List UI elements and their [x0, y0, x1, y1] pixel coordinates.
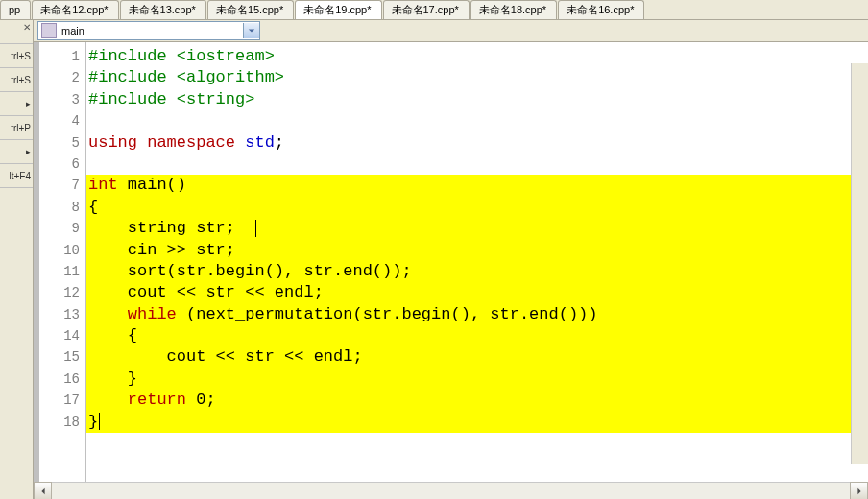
shortcut-panel: ✕ trl+Strl+S▸trl+P▸lt+F4: [0, 20, 34, 499]
code-line[interactable]: {: [86, 325, 868, 346]
code-token: #include <iostream>: [88, 47, 275, 65]
shortcut-row-5[interactable]: lt+F4: [0, 164, 33, 188]
line-number: 9: [39, 218, 85, 239]
code-line[interactable]: cout << str << endl;: [86, 346, 868, 368]
line-number: 7: [39, 175, 85, 196]
code-token: using namespace: [88, 133, 245, 152]
shortcut-row-4[interactable]: ▸: [0, 140, 33, 164]
code-token: cout << str << endl;: [88, 347, 363, 366]
shortcut-label: trl+S: [11, 75, 31, 85]
tab-file-1[interactable]: 未命名12.cpp*: [32, 0, 118, 19]
code-token: }: [88, 369, 137, 388]
line-number: 1: [39, 46, 85, 67]
shortcut-label: trl+S: [11, 51, 31, 61]
code-token: while: [128, 305, 177, 323]
line-number: 13: [39, 304, 85, 325]
tab-file-4[interactable]: 未命名19.cpp*: [295, 0, 381, 19]
body: ✕ trl+Strl+S▸trl+P▸lt+F4 main 1234567891…: [0, 20, 868, 499]
code-line[interactable]: }: [86, 412, 868, 433]
line-number: 14: [39, 325, 85, 346]
code-token: 0;: [186, 391, 216, 409]
line-number: 15: [39, 346, 85, 368]
line-number: 4: [39, 110, 85, 131]
line-number: 16: [39, 368, 85, 390]
code-token: main(): [118, 176, 186, 194]
tab-file-5[interactable]: 未命名17.cpp*: [383, 0, 470, 19]
code-area[interactable]: #include <iostream>#include <algorithm>#…: [86, 42, 868, 482]
tab-file-3[interactable]: 未命名15.cpp*: [207, 0, 294, 19]
scroll-right-icon[interactable]: [850, 482, 868, 499]
code-token: int: [88, 176, 118, 194]
code-line[interactable]: return 0;: [86, 390, 868, 411]
code-line[interactable]: #include <algorithm>: [86, 67, 868, 88]
close-icon[interactable]: ✕: [23, 22, 31, 33]
scroll-left-icon[interactable]: [34, 482, 52, 499]
tab-bar: pp未命名12.cpp*未命名13.cpp*未命名15.cpp*未命名19.cp…: [0, 0, 868, 20]
line-number: 10: [39, 240, 85, 261]
code-token: return: [128, 391, 186, 409]
line-number: 8: [39, 197, 85, 218]
code-line[interactable]: string str;: [86, 218, 868, 239]
shortcut-row-2[interactable]: ▸: [0, 92, 33, 116]
code-token: }: [88, 413, 98, 431]
code-token: {: [88, 198, 98, 216]
code-token: sort(str.begin(), str.end());: [88, 262, 412, 280]
code-line[interactable]: [86, 110, 868, 131]
tab-file-7[interactable]: 未命名16.cpp*: [558, 0, 644, 19]
submenu-arrow-icon: ▸: [26, 99, 31, 108]
tab-file-6[interactable]: 未命名18.cpp*: [470, 0, 557, 19]
code-line[interactable]: [86, 154, 868, 175]
shortcut-close-row: ✕: [0, 20, 33, 44]
shortcut-row-0[interactable]: trl+S: [0, 44, 33, 68]
code-token: ;: [275, 133, 284, 152]
code-token: [88, 391, 128, 409]
code-line[interactable]: int main(): [86, 175, 868, 196]
symbol-combobox[interactable]: main: [37, 21, 260, 40]
code-line[interactable]: {: [86, 197, 868, 218]
text-caret: [255, 220, 256, 237]
code-token: cout << str << endl;: [88, 283, 324, 301]
code-line[interactable]: #include <string>: [86, 89, 868, 110]
line-number: 6: [39, 154, 85, 175]
function-icon: [41, 23, 57, 38]
code-token: [88, 305, 128, 323]
line-number: 18: [39, 412, 85, 433]
code-token: {: [88, 326, 137, 345]
line-number: 3: [39, 89, 85, 110]
shortcut-label: lt+F4: [9, 171, 31, 181]
shortcut-row-3[interactable]: trl+P: [0, 116, 33, 140]
code-line[interactable]: while (next_permutation(str.begin(), str…: [86, 304, 868, 325]
line-number: 2: [39, 67, 85, 88]
code-line[interactable]: using namespace std;: [86, 132, 868, 154]
line-number-gutter: 123456789101112131415161718: [39, 42, 86, 482]
shortcut-label: trl+P: [11, 123, 31, 133]
code-line[interactable]: }: [86, 368, 868, 390]
line-number: 11: [39, 261, 85, 282]
symbol-bar: main: [34, 20, 868, 42]
code-token: #include <algorithm>: [88, 68, 284, 86]
code-line[interactable]: cin >> str;: [86, 240, 868, 261]
submenu-arrow-icon: ▸: [26, 147, 31, 156]
code-line[interactable]: sort(str.begin(), str.end());: [86, 261, 868, 282]
code-token: cin >> str;: [88, 241, 235, 259]
vertical-scrollbar[interactable]: [851, 63, 868, 464]
code-line[interactable]: cout << str << endl;: [86, 282, 868, 303]
code-token: (next_permutation(str.begin(), str.end()…: [177, 305, 598, 323]
shortcut-row-1[interactable]: trl+S: [0, 68, 33, 92]
code-token: string str;: [88, 219, 235, 237]
line-number: 17: [39, 390, 85, 411]
text-caret: [99, 413, 100, 430]
line-number: 5: [39, 132, 85, 154]
scroll-track[interactable]: [52, 483, 850, 499]
app-root: pp未命名12.cpp*未命名13.cpp*未命名15.cpp*未命名19.cp…: [0, 0, 868, 499]
line-number: 12: [39, 282, 85, 303]
symbol-combobox-text: main: [60, 25, 243, 36]
code-token: std: [245, 133, 275, 152]
horizontal-scrollbar[interactable]: [34, 482, 868, 499]
chevron-down-icon[interactable]: [243, 23, 259, 38]
tab-file-2[interactable]: 未命名13.cpp*: [120, 0, 206, 19]
main-area: main 123456789101112131415161718 #includ…: [34, 20, 868, 499]
code-editor[interactable]: 123456789101112131415161718 #include <io…: [34, 42, 868, 482]
code-line[interactable]: #include <iostream>: [86, 46, 868, 67]
tab-file-0[interactable]: pp: [0, 0, 31, 19]
